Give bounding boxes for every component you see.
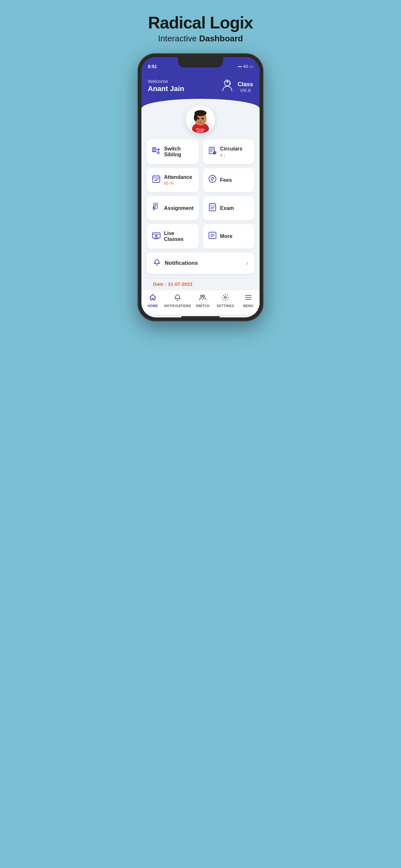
circulars-content: Circulars 4 ↓ [220, 146, 243, 158]
svg-text:GOOD: GOOD [197, 130, 204, 133]
svg-rect-20 [209, 204, 216, 211]
hamburger-icon [244, 293, 252, 303]
nav-settings-label: SETTINGS [217, 304, 234, 308]
status-icons: ▪▪▪ 4G ▭ [238, 64, 253, 69]
status-bar: 8:51 ▪▪▪ 4G ▭ [142, 57, 259, 73]
date-label: Date : 31-07-2021 [153, 281, 193, 287]
fees-title: Fees [220, 177, 232, 183]
notif-left: Notifications [153, 258, 198, 268]
header-top: Welcome Anant Jain [148, 79, 253, 96]
svg-point-25 [203, 295, 205, 297]
switch-sibling-card[interactable]: Switch Sibling [147, 140, 199, 164]
exam-content: Exam [220, 206, 234, 211]
class-label: Class [238, 81, 253, 88]
bottom-nav: HOME NOTIFICATIONS [142, 290, 259, 314]
notifications-row[interactable]: Notifications › [147, 252, 254, 274]
down-arrow-icon: ↓ [223, 152, 226, 158]
greeting-text: Welcome [148, 79, 184, 84]
live-classes-card[interactable]: Live Classes [147, 224, 199, 249]
circulars-card[interactable]: Circulars 4 ↓ [203, 140, 254, 164]
svg-point-26 [224, 297, 226, 299]
gear-icon [221, 293, 229, 303]
more-icon [208, 231, 217, 242]
page-wrapper: Radical Logix Interactive Dashboard 8:51… [137, 13, 264, 321]
assignment-icon [152, 203, 161, 214]
svg-rect-19 [154, 203, 158, 208]
nav-home[interactable]: HOME [142, 293, 164, 308]
avatar-image: ITS ALL GOOD [187, 105, 214, 133]
network-icon: 4G [243, 64, 248, 69]
nav-bell-icon [174, 293, 181, 303]
nav-switch-icon [198, 293, 206, 303]
chevron-right-icon: › [246, 260, 248, 267]
welcome-section: Welcome Anant Jain [148, 79, 184, 93]
nav-switch-label: SWITCH [196, 304, 209, 308]
phone-screen: 8:51 ▪▪▪ 4G ▭ Welcome Anant Jain [142, 57, 259, 317]
svg-point-13 [153, 148, 155, 150]
app-title: Radical Logix [137, 13, 264, 32]
circulars-icon [208, 146, 217, 158]
switch-sibling-icon [152, 146, 161, 158]
svg-point-24 [201, 295, 203, 297]
attendance-sub: 85 % [164, 181, 192, 186]
bell-icon [153, 258, 161, 268]
exam-icon [208, 203, 217, 214]
circulars-sub: 4 ↓ [220, 152, 243, 158]
attendance-card[interactable]: Attendance 85 % [147, 168, 199, 192]
class-section: Class VIII A [220, 79, 253, 96]
subtitle-normal: Interactive [158, 34, 199, 43]
nav-settings[interactable]: SETTINGS [214, 293, 237, 308]
more-content: More [220, 234, 233, 239]
signal-icon: ▪▪▪ [238, 64, 242, 69]
live-classes-icon [152, 231, 161, 242]
dashboard-grid: Switch Sibling Circulars [142, 140, 259, 249]
page-header: Radical Logix Interactive Dashboard [137, 13, 264, 43]
circulars-title: Circulars [220, 146, 243, 152]
fees-card[interactable]: Fees [203, 168, 254, 192]
exam-card[interactable]: Exam [203, 196, 254, 220]
graduation-icon [220, 79, 235, 96]
svg-point-8 [194, 114, 197, 121]
user-name: Anant Jain [148, 85, 184, 93]
phone-shell: 8:51 ▪▪▪ 4G ▭ Welcome Anant Jain [137, 53, 264, 321]
home-indicator [181, 316, 220, 317]
attendance-content: Attendance 85 % [164, 175, 192, 186]
nav-menu[interactable]: MENU [237, 293, 259, 308]
phone-notch [178, 57, 223, 67]
date-row: Date : 31-07-2021 [147, 278, 254, 290]
class-name: VIII A [238, 88, 253, 93]
more-title: More [220, 234, 233, 239]
avatar: ITS ALL GOOD [186, 105, 215, 134]
nav-home-label: HOME [148, 304, 158, 308]
fees-content: Fees [220, 177, 232, 183]
battery-icon: ▭ [250, 64, 253, 69]
app-subtitle: Interactive Dashboard [137, 34, 264, 43]
exam-title: Exam [220, 206, 234, 211]
fees-icon [208, 175, 217, 186]
svg-point-10 [202, 118, 204, 120]
live-classes-content: Live Classes [164, 230, 194, 242]
nav-switch[interactable]: SWITCH [191, 293, 214, 308]
switch-sibling-content: Switch Sibling [164, 146, 194, 158]
assignment-content: Assignment [164, 206, 194, 211]
svg-point-11 [199, 120, 202, 121]
status-time: 8:51 [148, 64, 157, 69]
notifications-label: Notifications [165, 260, 198, 267]
class-info: Class VIII A [238, 81, 253, 93]
assignment-card[interactable]: Assignment [147, 196, 199, 220]
nav-menu-label: MENU [243, 304, 253, 308]
subtitle-bold: Dashboard [199, 34, 243, 43]
svg-point-9 [197, 118, 199, 120]
assignment-title: Assignment [164, 206, 194, 211]
nav-notifications[interactable]: NOTIFICATIONS [164, 293, 191, 308]
home-icon [149, 293, 157, 303]
avatar-container: ITS ALL GOOD [142, 105, 259, 134]
svg-rect-17 [153, 176, 160, 182]
live-classes-title: Live Classes [164, 230, 194, 242]
more-card[interactable]: More [203, 224, 254, 249]
switch-sibling-title: Switch Sibling [164, 146, 194, 158]
attendance-title: Attendance [164, 175, 192, 180]
nav-notifications-label: NOTIFICATIONS [164, 304, 191, 308]
attendance-icon [152, 175, 161, 186]
